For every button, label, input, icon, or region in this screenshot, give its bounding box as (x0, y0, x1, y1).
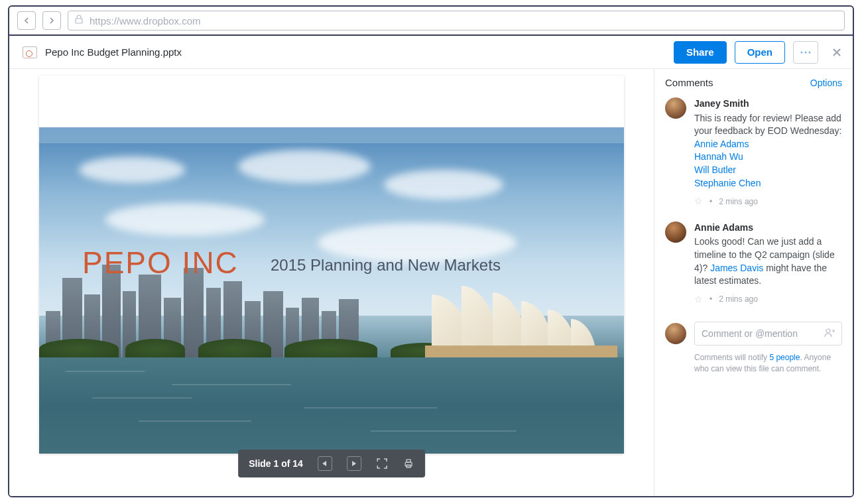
comment-author: Janey Smith (694, 97, 842, 111)
back-button[interactable] (17, 11, 36, 30)
app-header: Pepo Inc Budget Planning.pptx Share Open (9, 36, 853, 69)
app-body: PEPO INC 2015 Planning and New Markets S… (9, 69, 853, 496)
add-mention-icon[interactable] (824, 328, 835, 340)
svg-point-1 (801, 51, 803, 53)
close-button[interactable] (830, 46, 843, 59)
next-slide-button[interactable] (347, 456, 361, 471)
prev-slide-button[interactable] (318, 456, 332, 471)
avatar (665, 323, 686, 344)
slide-controls: Slide 1 of 14 (238, 450, 425, 477)
forward-button[interactable] (42, 11, 61, 30)
comments-title: Comments (665, 77, 713, 88)
svg-point-2 (805, 51, 807, 53)
mention-link[interactable]: Stephanie Chen (694, 178, 761, 188)
svg-point-3 (809, 51, 811, 53)
open-button[interactable]: Open (735, 41, 785, 64)
comment-meta: ☆ • 2 mins ago (694, 195, 842, 208)
close-icon (832, 48, 841, 57)
svg-point-7 (826, 329, 830, 333)
mention-link[interactable]: Will Butler (694, 164, 736, 175)
star-icon[interactable]: ☆ (694, 293, 703, 306)
comments-pane: Comments Options Janey Smith This is rea… (654, 69, 853, 496)
chevron-right-icon (49, 17, 54, 24)
preview-pane: PEPO INC 2015 Planning and New Markets S… (9, 69, 654, 496)
mention-link[interactable]: Annie Adams (694, 139, 749, 149)
star-icon[interactable]: ☆ (694, 195, 703, 208)
comment-author: Annie Adams (694, 221, 842, 235)
fullscreen-icon (377, 458, 387, 469)
comment-timestamp: 2 mins ago (719, 196, 758, 208)
comments-options-link[interactable]: Options (810, 78, 842, 88)
svg-rect-5 (406, 460, 410, 462)
print-button[interactable] (402, 458, 414, 470)
comment-item: Annie Adams Looks good! Can we just add … (665, 221, 842, 306)
comment-input-row: Comment or @mention (665, 322, 842, 346)
opera-house (432, 281, 604, 357)
comment-timestamp: 2 mins ago (719, 294, 758, 305)
slide-counter: Slide 1 of 14 (249, 458, 303, 469)
address-bar[interactable]: https://www.dropbox.com (68, 11, 845, 31)
browser-toolbar: https://www.dropbox.com (9, 7, 853, 36)
url-text: https://www.dropbox.com (90, 15, 201, 27)
comment-text: Looks good! Can we just add a timeline t… (694, 235, 842, 287)
avatar (665, 97, 686, 119)
chevron-left-icon (24, 17, 29, 24)
triangle-left-icon (322, 461, 327, 466)
share-button[interactable]: Share (674, 41, 727, 64)
more-options-button[interactable] (793, 41, 818, 64)
comment-text: This is ready for review! Please add you… (694, 112, 842, 190)
mention-link[interactable]: Hannah Wu (694, 151, 743, 162)
ellipsis-icon (800, 51, 811, 54)
comment-input[interactable]: Comment or @mention (694, 322, 842, 346)
slide-water (39, 357, 624, 454)
comment-meta: ☆ • 2 mins ago (694, 293, 842, 306)
lock-icon (75, 15, 83, 27)
browser-frame: https://www.dropbox.com Pepo Inc Budget … (8, 5, 854, 497)
svg-rect-0 (76, 19, 82, 23)
comments-header: Comments Options (665, 77, 842, 97)
notify-people-link[interactable]: 5 people (769, 353, 800, 362)
slide-subtitle: 2015 Planning and New Markets (271, 256, 501, 275)
slide: PEPO INC 2015 Planning and New Markets (39, 76, 624, 454)
slide-title: PEPO INC (82, 245, 239, 281)
comment-item: Janey Smith This is ready for review! Pl… (665, 97, 842, 208)
fullscreen-button[interactable] (376, 458, 388, 470)
notify-text: Comments will notify 5 people. Anyone wh… (665, 352, 842, 375)
print-icon (403, 458, 414, 469)
file-name: Pepo Inc Budget Planning.pptx (45, 46, 182, 58)
triangle-right-icon (351, 461, 356, 466)
comment-placeholder: Comment or @mention (702, 328, 798, 339)
avatar (665, 221, 686, 243)
pptx-file-icon (23, 46, 37, 58)
mention-link[interactable]: James Davis (710, 263, 763, 273)
